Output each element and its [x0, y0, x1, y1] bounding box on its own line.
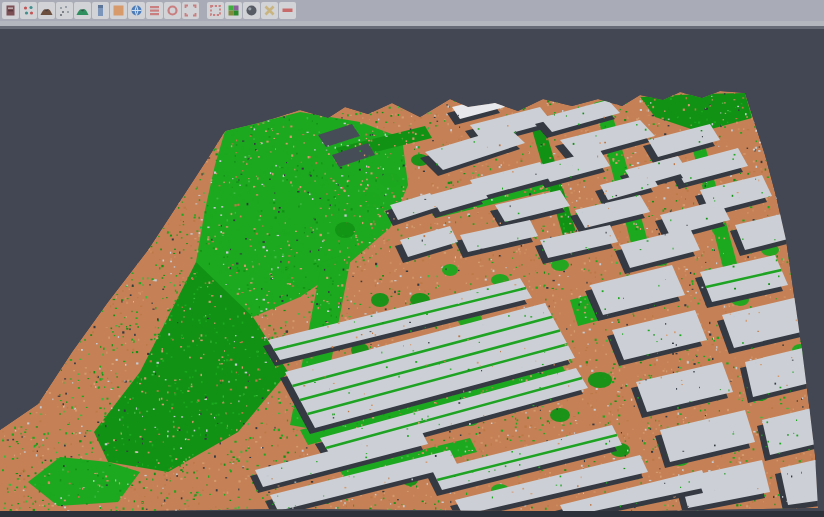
point-cloud-viewport[interactable] — [0, 0, 824, 517]
profile-view-button[interactable] — [92, 2, 109, 19]
application-window — [0, 0, 824, 517]
classification-colors-icon — [227, 4, 240, 17]
projection-button[interactable] — [128, 2, 145, 19]
delete-points-icon — [263, 4, 276, 17]
point-density-button[interactable] — [56, 2, 73, 19]
render-settings-button[interactable] — [164, 2, 181, 19]
surface-model-icon — [76, 4, 89, 17]
zoom-extents-button[interactable] — [182, 2, 199, 19]
terrain-model-icon — [40, 4, 53, 17]
point-picker-button[interactable] — [20, 2, 37, 19]
point-density-icon — [58, 4, 71, 17]
projection-icon — [130, 4, 143, 17]
terrain-model-button[interactable] — [38, 2, 55, 19]
delete-points-button[interactable] — [261, 2, 278, 19]
surface-model-button[interactable] — [74, 2, 91, 19]
toolbar-separator-dark — [0, 26, 824, 29]
point-picker-icon — [22, 4, 35, 17]
slice-tool-button[interactable] — [279, 2, 296, 19]
open-data-button[interactable] — [2, 2, 19, 19]
classification-colors-button[interactable] — [225, 2, 242, 19]
open-data-icon — [4, 4, 17, 17]
area-select-button[interactable] — [110, 2, 127, 19]
grid-selection-button[interactable] — [207, 2, 224, 19]
render-settings-icon — [166, 4, 179, 17]
area-select-icon — [112, 4, 125, 17]
slice-tool-icon — [281, 4, 294, 17]
grid-selection-icon — [209, 4, 222, 17]
render-sphere-icon — [245, 4, 258, 17]
profile-view-icon — [94, 4, 107, 17]
layer-stack-button[interactable] — [146, 2, 163, 19]
render-sphere-button[interactable] — [243, 2, 260, 19]
main-toolbar — [0, 0, 824, 21]
layer-stack-icon — [148, 4, 161, 17]
viewport-bottom-edge — [0, 511, 824, 517]
zoom-extents-icon — [184, 4, 197, 17]
